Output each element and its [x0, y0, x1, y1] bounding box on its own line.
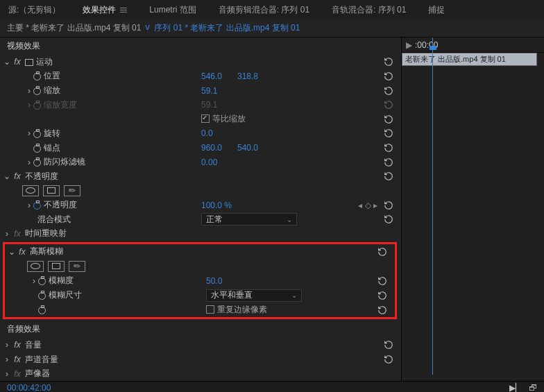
expand-toggle[interactable]: › [25, 157, 33, 167]
value[interactable]: 59.1 [201, 86, 217, 96]
breadcrumb-main: 主要 * 老靳来了 出品版.mp4 复制 01 [7, 22, 141, 34]
stopwatch-icon[interactable] [38, 278, 46, 285]
prop-label: 位置 [44, 70, 60, 82]
clip-label[interactable]: 老靳来了 出品版.mp4 复制 01 [402, 53, 537, 66]
expand-toggle[interactable]: › [25, 201, 33, 210]
stopwatch-icon[interactable] [33, 159, 41, 167]
effect-name[interactable]: 不透明度 [25, 171, 58, 182]
reset-button[interactable] [382, 71, 396, 82]
expand-toggle[interactable]: › [25, 128, 33, 138]
prop-label: 缩放 [44, 85, 60, 96]
mask-rect-button[interactable] [43, 185, 60, 196]
checkbox-label: 重复边缘像素 [217, 305, 267, 314]
expand-toggle[interactable]: › [25, 86, 33, 96]
expand-toggle[interactable]: › [3, 369, 11, 379]
tab-lumetri[interactable]: Lumetri 范围 [149, 4, 196, 16]
fx-badge[interactable]: fx [12, 171, 22, 181]
stopwatch-icon[interactable] [38, 307, 46, 314]
expand-toggle[interactable]: › [3, 229, 11, 239]
breadcrumb-sub[interactable]: 序列 01 * 老靳来了 出品版.mp4 复制 01 [154, 22, 300, 34]
reset-button[interactable] [375, 305, 389, 316]
effect-name[interactable]: 声像器 [25, 368, 50, 380]
effect-name[interactable]: 声道音量 [25, 354, 58, 366]
timecode[interactable]: 00:00:42:00 [7, 383, 51, 393]
fx-badge[interactable]: fx [12, 340, 22, 350]
panel-menu-icon[interactable] [120, 6, 127, 14]
reset-button[interactable] [382, 214, 396, 225]
tab-source[interactable]: 源:（无剪辑） [8, 4, 60, 16]
tab-audio-track-mixer[interactable]: 音轨混合器: 序列 01 [332, 4, 406, 16]
reset-button[interactable] [382, 114, 396, 125]
collapse-toggle[interactable]: ⌄ [3, 57, 11, 67]
fx-badge[interactable]: fx [12, 369, 22, 379]
audio-effects-header: 音频效果 [0, 321, 401, 338]
playhead[interactable] [432, 37, 433, 375]
tab-audio-clip-mixer[interactable]: 音频剪辑混合器: 序列 01 [219, 4, 309, 16]
effects-list: 视频效果 ⌄ fx 运动 › 位置 546.0 318.8 › 缩放 59.1 … [0, 37, 401, 381]
stopwatch-icon[interactable] [33, 87, 41, 95]
effect-name[interactable]: 运动 [36, 56, 53, 68]
reset-button[interactable] [382, 85, 396, 96]
fx-badge[interactable]: fx [12, 229, 22, 239]
prop-label: 模糊尺寸 [49, 289, 82, 301]
stopwatch-icon[interactable] [38, 292, 46, 300]
mask-rect-button[interactable] [48, 261, 65, 272]
collapse-toggle[interactable]: ⌄ [8, 247, 16, 257]
tab-effect-controls[interactable]: 效果控件 [83, 4, 116, 16]
stopwatch-icon[interactable] [33, 202, 41, 210]
reset-button[interactable] [382, 171, 396, 182]
value-y[interactable]: 540.0 [237, 143, 258, 153]
mask-pen-button[interactable]: ✎ [64, 185, 80, 196]
value[interactable]: 0.0 [201, 128, 213, 138]
reset-button[interactable] [382, 354, 396, 365]
stopwatch-icon[interactable] [33, 73, 41, 80]
prop-label: 不透明度 [44, 199, 77, 211]
expand-toggle[interactable]: › [3, 355, 11, 364]
value[interactable]: 0.00 [201, 157, 217, 167]
blend-mode-select[interactable]: 正常 ⌄ [201, 213, 297, 225]
fx-badge[interactable]: fx [17, 247, 27, 257]
stopwatch-icon[interactable] [33, 145, 41, 153]
playhead-arrow-icon: ▶ [406, 40, 412, 50]
expand-toggle: › [25, 100, 33, 110]
value-x[interactable]: 960.0 [201, 143, 222, 153]
reset-button[interactable] [382, 200, 396, 211]
play-button[interactable]: ▶▏ [509, 383, 522, 393]
value[interactable]: 100.0 % [201, 201, 232, 210]
reset-button[interactable] [375, 290, 389, 301]
expand-toggle[interactable]: › [30, 276, 38, 286]
select-value: 正常 [206, 214, 223, 225]
reset-button[interactable] [382, 142, 396, 153]
fx-badge[interactable]: fx [12, 355, 22, 364]
video-effects-header: 视频效果 [0, 37, 401, 55]
blur-dimensions-select[interactable]: 水平和垂直 ⌄ [206, 289, 302, 302]
keyframe-nav[interactable]: ◂ ◇ ▸ [358, 201, 377, 210]
export-button[interactable]: 🗗 [529, 383, 537, 393]
reset-button[interactable] [382, 56, 396, 67]
value-y[interactable]: 318.8 [237, 71, 258, 81]
fx-badge[interactable]: fx [12, 57, 22, 67]
repeat-edge-checkbox[interactable]: 重复边缘像素 [206, 304, 267, 316]
mask-ellipse-button[interactable] [22, 185, 39, 196]
stopwatch-icon[interactable] [33, 130, 41, 138]
value-x[interactable]: 546.0 [201, 71, 222, 81]
panel-tabs: 源:（无剪辑） 效果控件 Lumetri 范围 音频剪辑混合器: 序列 01 音… [0, 0, 544, 19]
reset-button [382, 99, 396, 110]
mask-pen-button[interactable]: ✎ [69, 261, 85, 272]
value[interactable]: 50.0 [206, 276, 222, 286]
effect-name[interactable]: 音量 [25, 339, 42, 351]
collapse-toggle[interactable]: ⌄ [3, 171, 11, 181]
reset-button[interactable] [382, 339, 396, 350]
reset-button[interactable] [382, 128, 396, 139]
reset-button[interactable] [382, 157, 396, 168]
value: 59.1 [201, 100, 217, 110]
expand-toggle[interactable]: › [3, 340, 11, 350]
uniform-scale-checkbox[interactable]: 等比缩放 [201, 113, 246, 125]
mask-ellipse-button[interactable] [27, 261, 44, 272]
tab-capture[interactable]: 捕捉 [428, 4, 445, 16]
prop-label: 混合模式 [37, 214, 71, 225]
reset-button[interactable] [375, 275, 389, 287]
effect-name[interactable]: 时间重映射 [25, 228, 67, 239]
reset-button[interactable] [375, 246, 389, 257]
effect-name[interactable]: 高斯模糊 [30, 246, 63, 257]
